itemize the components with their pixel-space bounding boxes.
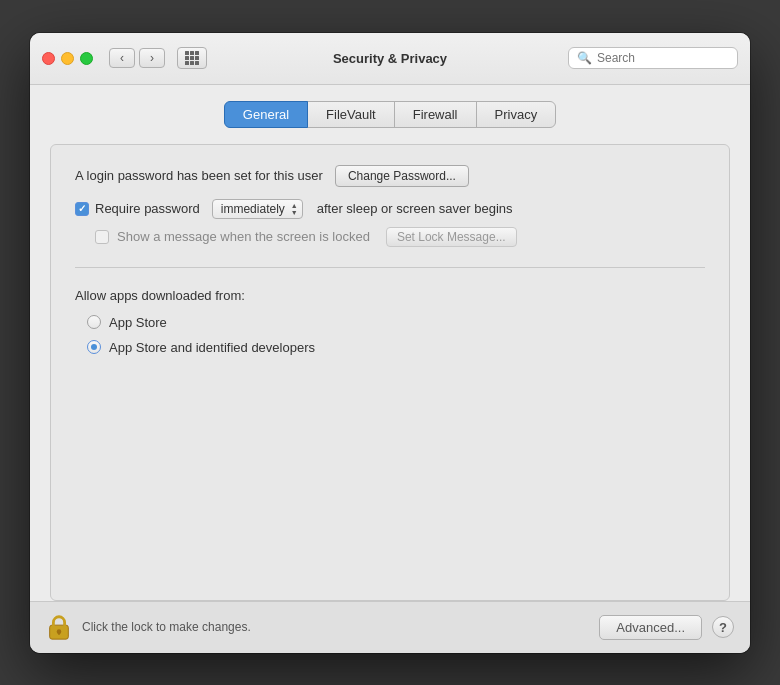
- app-store-radio[interactable]: [87, 315, 101, 329]
- after-sleep-text: after sleep or screen saver begins: [317, 201, 513, 216]
- grid-icon: [185, 51, 199, 65]
- require-password-row: ✓ Require password immediately ▲ ▼ after…: [75, 199, 705, 219]
- immediately-dropdown[interactable]: immediately ▲ ▼: [212, 199, 303, 219]
- app-store-identified-label: App Store and identified developers: [109, 340, 315, 355]
- tab-bar: General FileVault Firewall Privacy: [50, 101, 730, 128]
- app-store-label: App Store: [109, 315, 167, 330]
- show-message-label: Show a message when the screen is locked: [117, 229, 370, 244]
- forward-button[interactable]: ›: [139, 48, 165, 68]
- main-content: General FileVault Firewall Privacy A log…: [30, 85, 750, 601]
- search-input[interactable]: [597, 51, 729, 65]
- search-icon: 🔍: [577, 51, 592, 65]
- show-message-row: Show a message when the screen is locked…: [95, 227, 705, 247]
- advanced-button[interactable]: Advanced...: [599, 615, 702, 640]
- login-password-text: A login password has been set for this u…: [75, 168, 323, 183]
- back-button[interactable]: ‹: [109, 48, 135, 68]
- change-password-button[interactable]: Change Password...: [335, 165, 469, 187]
- app-store-identified-radio-row: App Store and identified developers: [87, 340, 705, 355]
- traffic-lights: [42, 52, 93, 65]
- svg-rect-2: [58, 632, 60, 635]
- lock-icon: [46, 613, 72, 641]
- minimize-button[interactable]: [61, 52, 74, 65]
- lock-text: Click the lock to make changes.: [82, 620, 589, 634]
- titlebar: ‹ › Security & Privacy 🔍: [30, 33, 750, 85]
- immediately-value: immediately: [221, 202, 285, 216]
- show-message-checkbox[interactable]: [95, 230, 109, 244]
- require-password-label: Require password: [95, 201, 200, 216]
- back-icon: ‹: [120, 51, 124, 65]
- arrow-down-icon: ▼: [291, 209, 298, 216]
- radio-selected-indicator: [91, 344, 97, 350]
- grid-button[interactable]: [177, 47, 207, 69]
- close-button[interactable]: [42, 52, 55, 65]
- require-password-checkbox[interactable]: ✓: [75, 202, 89, 216]
- forward-icon: ›: [150, 51, 154, 65]
- main-window: ‹ › Security & Privacy 🔍 General FileVau…: [30, 33, 750, 653]
- download-source-group: App Store App Store and identified devel…: [87, 315, 705, 355]
- app-store-radio-row: App Store: [87, 315, 705, 330]
- divider: [75, 267, 705, 268]
- tab-firewall[interactable]: Firewall: [394, 101, 477, 128]
- dropdown-arrows: ▲ ▼: [291, 202, 298, 216]
- tab-privacy[interactable]: Privacy: [476, 101, 557, 128]
- settings-panel: A login password has been set for this u…: [50, 144, 730, 601]
- nav-buttons: ‹ ›: [109, 48, 165, 68]
- arrow-up-icon: ▲: [291, 202, 298, 209]
- allow-apps-label: Allow apps downloaded from:: [75, 288, 705, 303]
- app-store-identified-radio[interactable]: [87, 340, 101, 354]
- set-lock-message-button: Set Lock Message...: [386, 227, 517, 247]
- tab-general[interactable]: General: [224, 101, 308, 128]
- checkmark-icon: ✓: [78, 204, 86, 214]
- maximize-button[interactable]: [80, 52, 93, 65]
- help-button[interactable]: ?: [712, 616, 734, 638]
- search-box[interactable]: 🔍: [568, 47, 738, 69]
- bottombar: Click the lock to make changes. Advanced…: [30, 601, 750, 653]
- window-title: Security & Privacy: [333, 51, 447, 66]
- login-password-row: A login password has been set for this u…: [75, 165, 705, 187]
- tab-filevault[interactable]: FileVault: [307, 101, 395, 128]
